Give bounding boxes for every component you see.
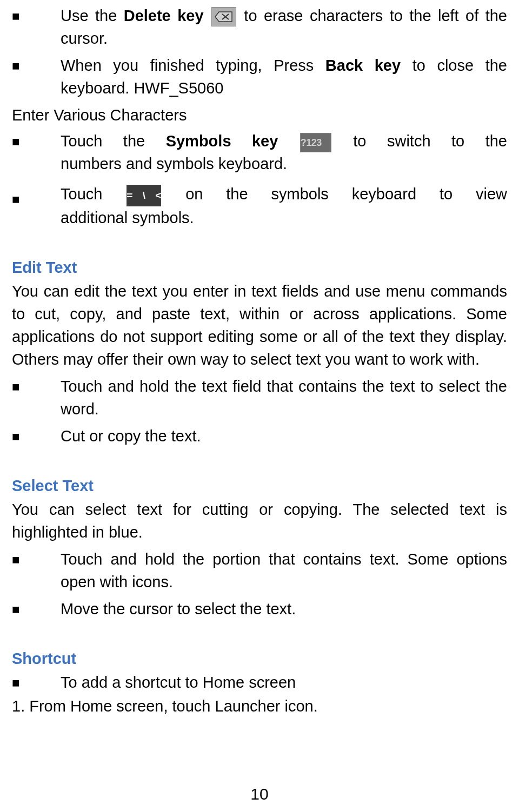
delete-key-icon xyxy=(211,7,236,26)
bullet-select-2: ■ Move the cursor to select the text. xyxy=(12,598,507,620)
extra-symbols-icon: = \ < xyxy=(127,185,161,206)
bullet-marker-icon: ■ xyxy=(12,671,61,694)
text-fragment: Use the xyxy=(61,7,124,24)
bullet-marker-icon: ■ xyxy=(12,548,61,593)
bullet-edit-2: ■ Cut or copy the text. xyxy=(12,425,507,447)
bullet-marker-icon: ■ xyxy=(12,598,61,620)
bullet-text: Cut or copy the text. xyxy=(61,425,507,447)
page-number: 10 xyxy=(0,782,519,806)
bullet-text: To add a shortcut to Home screen xyxy=(61,671,507,694)
bold-text: Back key xyxy=(325,57,401,74)
bullet-symbols-key: ■ Touch the Symbols key ?123 to switch t… xyxy=(12,130,507,175)
bullet-marker-icon: ■ xyxy=(12,130,61,175)
bullet-text: Touch and hold the text field that conta… xyxy=(61,375,507,420)
bullet-select-1: ■ Touch and hold the portion that contai… xyxy=(12,548,507,593)
text-fragment: Touch xyxy=(61,185,125,203)
text-fragment: numbers and symbols keyboard. xyxy=(61,152,507,175)
bullet-marker-icon: ■ xyxy=(12,183,61,229)
bullet-text: Touch and hold the portion that contains… xyxy=(61,548,507,593)
bold-text: Symbols key xyxy=(166,132,278,150)
symbols-key-icon: ?123 xyxy=(300,133,331,152)
bold-text: Delete key xyxy=(124,7,204,24)
bullet-marker-icon: ■ xyxy=(12,375,61,420)
bullet-shortcut-1: ■ To add a shortcut to Home screen xyxy=(12,671,507,694)
text-fragment: When you finished typing, Press xyxy=(61,57,325,74)
bullet-extra-symbols: ■ Touch = \ < on the symbols keyboard to… xyxy=(12,183,507,229)
paragraph-edit-text: You can edit the text you enter in text … xyxy=(12,280,507,371)
paragraph-select-text: You can select text for cutting or copyi… xyxy=(12,498,507,543)
bullet-marker-icon: ■ xyxy=(12,54,61,99)
subheading-enter-characters: Enter Various Characters xyxy=(12,104,507,126)
text-fragment: additional symbols. xyxy=(61,206,507,229)
text-fragment: Touch the xyxy=(61,132,166,150)
bullet-back-key: ■ When you finished typing, Press Back k… xyxy=(12,54,507,99)
bullet-marker-icon: ■ xyxy=(12,425,61,447)
text-fragment: to switch to the xyxy=(332,132,507,150)
text-fragment: on the symbols keyboard to view xyxy=(162,185,507,203)
bullet-delete-key: ■ Use the Delete key to erase characters… xyxy=(12,4,507,50)
bullet-marker-icon: ■ xyxy=(12,4,61,50)
bullet-text: Move the cursor to select the text. xyxy=(61,598,507,620)
heading-shortcut: Shortcut xyxy=(12,647,507,670)
numbered-step-1: 1. From Home screen, touch Launcher icon… xyxy=(12,695,507,717)
heading-edit-text: Edit Text xyxy=(12,256,507,279)
bullet-edit-1: ■ Touch and hold the text field that con… xyxy=(12,375,507,420)
heading-select-text: Select Text xyxy=(12,474,507,497)
